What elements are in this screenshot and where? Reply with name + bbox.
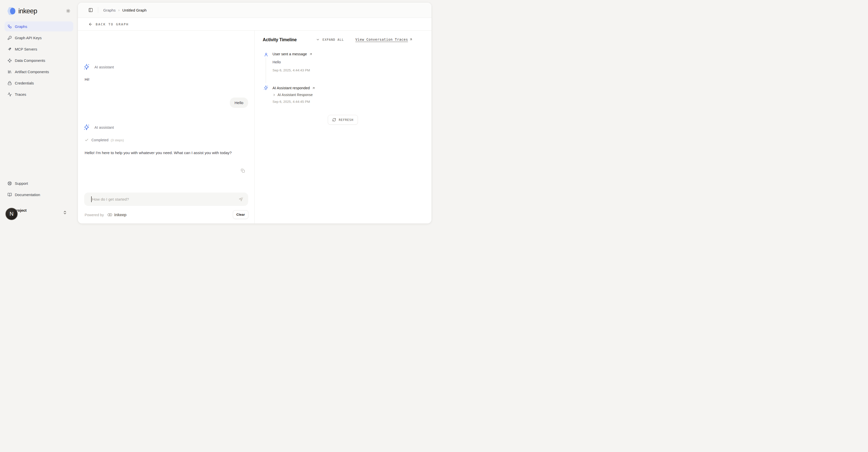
theme-toggle-button[interactable]	[65, 7, 71, 14]
component-icon	[7, 58, 12, 63]
sparkles-icon	[83, 124, 90, 131]
breadcrumb-current: Untitled Graph	[122, 8, 147, 12]
lock-icon	[7, 81, 12, 85]
view-traces-label: View Conversation Traces	[355, 37, 408, 41]
sidebar-item-traces[interactable]: Traces	[4, 89, 73, 99]
sidebar-item-graphs[interactable]: Graphs	[4, 21, 73, 31]
status-steps: (3 steps)	[111, 138, 124, 142]
send-icon[interactable]	[238, 196, 244, 202]
sidebar-footer: Support Documentation	[4, 178, 73, 201]
sidebar-item-documentation[interactable]: Documentation	[4, 190, 73, 200]
arrow-up-right-icon	[312, 86, 315, 90]
activity-icon	[7, 92, 12, 96]
expand-all-label: EXPAND ALL	[322, 38, 344, 41]
mcp-icon	[7, 47, 12, 51]
text-caret	[91, 196, 92, 202]
app-window: inkeep Graphs	[0, 0, 434, 226]
sidebar-item-label: MCP Servers	[15, 47, 37, 51]
timeline-entry-title: User sent a message	[273, 52, 307, 56]
timeline-entry-timestamp: Sep 6, 2025, 4:44:43 PM	[273, 68, 310, 72]
powered-by-label: Powered by	[85, 213, 104, 217]
sidebar-item-data-components[interactable]: Data Components	[4, 55, 73, 65]
chat-input[interactable]	[84, 193, 248, 206]
breadcrumb-graphs[interactable]: Graphs	[103, 8, 116, 12]
avatar: N	[5, 208, 18, 220]
assistant-message-header: AI assistant	[83, 124, 114, 131]
sidebar-item-label: Graph API Keys	[15, 36, 42, 40]
activity-timeline-title: Activity Timeline	[263, 37, 297, 43]
card-content: AI assistant Hi! Hello AI assistant	[78, 31, 432, 224]
sparkles-icon	[263, 85, 269, 91]
card-header: Graphs › Untitled Graph	[78, 2, 432, 18]
arrow-left-icon	[88, 22, 93, 26]
chevrons-up-down-icon[interactable]	[63, 210, 67, 215]
chat-panel: AI assistant Hi! Hello AI assistant	[78, 31, 254, 224]
key-icon	[7, 36, 12, 40]
inkeep-logo-text: inkeep	[18, 7, 37, 15]
powered-by-link[interactable]: Powered by inkeep	[85, 213, 126, 217]
timeline-entry-body: Hello	[273, 60, 281, 64]
sidebar-item-artifact-components[interactable]: Artifact Components	[4, 66, 73, 77]
refresh-button[interactable]: REFRESH	[328, 115, 358, 125]
user-icon	[264, 53, 268, 57]
sidebar-item-label: Credentials	[15, 81, 34, 85]
back-to-graph-button[interactable]: BACK TO GRAPH	[78, 18, 432, 31]
sidebar-item-support[interactable]: Support	[4, 178, 73, 188]
lifebuoy-icon	[7, 181, 12, 186]
avatar-letter: N	[9, 211, 13, 217]
clear-button[interactable]: Clear	[233, 210, 248, 219]
sidebar-item-label: Traces	[15, 92, 26, 96]
sidebar-item-graph-api-keys[interactable]: Graph API Keys	[4, 33, 73, 43]
sidebar-item-label: Documentation	[15, 193, 40, 197]
sidebar-item-label: Data Components	[15, 58, 45, 63]
user-message-bubble: Hello	[230, 97, 248, 108]
project-selector[interactable]: N Project ult	[0, 206, 75, 223]
assistant-label: AI assistant	[94, 125, 114, 130]
library-icon	[7, 69, 12, 74]
completion-status[interactable]: Completed (3 steps)	[85, 138, 124, 142]
breadcrumb-separator: ›	[118, 8, 120, 12]
clear-button-label: Clear	[236, 213, 245, 217]
expand-all-button[interactable]: EXPAND ALL	[316, 38, 344, 41]
book-open-icon	[7, 193, 12, 197]
check-icon	[85, 138, 89, 142]
timeline-entry-title: AI Assistant responded	[273, 86, 310, 90]
assistant-message-header: AI assistant	[83, 63, 114, 70]
workflow-icon	[7, 24, 12, 29]
arrow-up-right-icon	[409, 38, 413, 41]
sidebar-item-credentials[interactable]: Credentials	[4, 78, 73, 88]
inkeep-logo-icon	[6, 6, 17, 16]
sidebar-item-mcp-servers[interactable]: MCP Servers	[4, 44, 73, 54]
chevron-down-icon	[316, 38, 320, 41]
inkeep-outline-icon	[107, 213, 113, 217]
arrow-up-right-icon	[309, 53, 312, 56]
timeline-entry-timestamp: Sep 6, 2025, 4:44:45 PM	[273, 100, 310, 104]
chat-input-container	[84, 193, 248, 206]
refresh-icon	[332, 118, 336, 122]
copy-icon	[241, 168, 245, 173]
chevron-right-icon	[273, 93, 276, 96]
back-to-graph-label: BACK TO GRAPH	[96, 22, 129, 26]
view-conversation-traces-link[interactable]: View Conversation Traces	[355, 37, 413, 41]
timeline-entry-user-message[interactable]: User sent a message	[273, 52, 312, 56]
assistant-response-label: AI Assistant Response	[278, 93, 313, 97]
panel-left-toggle-icon[interactable]	[88, 8, 93, 12]
sidebar-item-label: Graphs	[15, 24, 27, 29]
status-label: Completed	[91, 138, 108, 142]
assistant-response-toggle[interactable]: AI Assistant Response	[273, 93, 313, 97]
sun-icon	[66, 9, 70, 13]
sidebar-item-label: Artifact Components	[15, 69, 49, 74]
assistant-message-1: Hi!	[85, 77, 89, 82]
refresh-button-label: REFRESH	[339, 118, 353, 122]
copy-button[interactable]	[240, 167, 246, 173]
timeline-entry-assistant-response[interactable]: AI Assistant responded	[273, 86, 315, 90]
sidebar-nav: Graphs Graph API Keys MC	[4, 21, 73, 101]
sidebar-item-label: Support	[15, 181, 28, 186]
assistant-label: AI assistant	[94, 65, 114, 69]
activity-timeline-panel: Activity Timeline EXPAND ALL View Conver…	[254, 31, 432, 224]
sparkles-icon	[83, 63, 90, 70]
powered-by-brand: inkeep	[114, 213, 127, 217]
assistant-message-2: Hello! I'm here to help you with whateve…	[85, 149, 241, 156]
sidebar: inkeep Graphs	[0, 0, 78, 226]
inkeep-logo[interactable]: inkeep	[6, 6, 37, 16]
